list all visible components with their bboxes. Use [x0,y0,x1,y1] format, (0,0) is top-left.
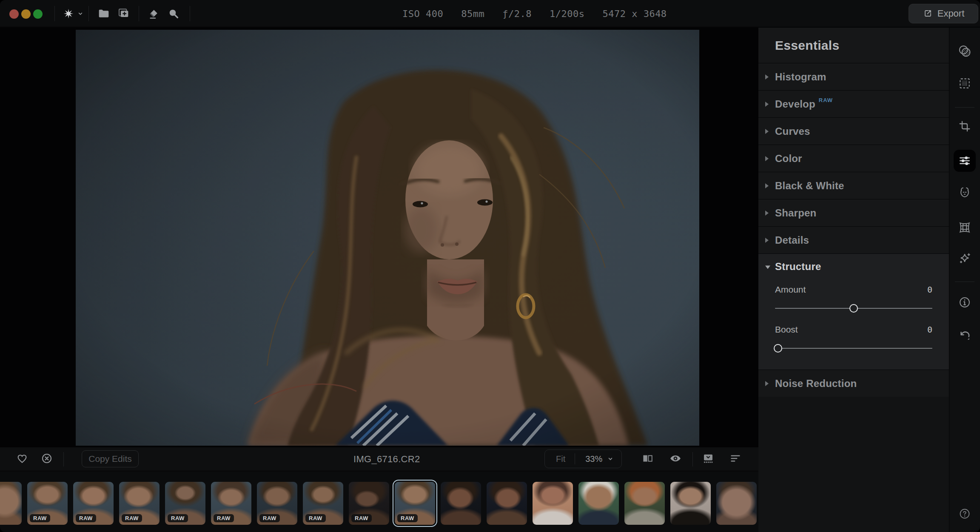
chevron-right-icon [765,74,769,80]
thumbnail-image [487,482,527,525]
thumbnail-image [578,482,619,525]
raw-badge: RAW [397,514,418,522]
image-canvas[interactable] [0,28,758,447]
export-label: Export [937,8,965,19]
thumbnail-image [716,482,757,525]
adjustments-icon[interactable] [958,154,971,168]
reject-icon[interactable] [40,452,53,467]
exif-aperture: ƒ/2.8 [502,9,532,19]
preview-eye-icon[interactable] [669,452,682,467]
copy-edits-button[interactable]: Copy Edits [82,450,139,467]
filmstrip-thumbnail[interactable]: RAW [165,482,205,525]
filmstrip-thumbnail[interactable] [578,482,619,525]
favorite-heart-icon[interactable] [16,452,28,467]
texture-overlay-icon[interactable] [958,77,971,90]
window-close-button[interactable] [9,9,19,19]
raw-badge: RAW [168,514,188,522]
copy-edits-label: Copy Edits [88,454,132,464]
exif-shutter: 1/200s [550,9,584,19]
panel-title: Essentials [758,28,949,63]
filmstrip-thumbnail[interactable] [441,482,481,525]
filmstrip-thumbnail[interactable] [624,482,665,525]
filmstrip-thumbnail[interactable]: RAW [257,482,297,525]
chevron-right-icon [765,156,769,161]
panel-section-details[interactable]: Details [758,226,949,253]
exif-readout: ISO 400 85mm ƒ/2.8 1/200s 5472 x 3648 [402,0,667,27]
chevron-down-icon[interactable] [765,266,770,269]
slider-value: 0 [927,284,932,295]
export-icon [923,9,933,19]
panel-section-sharpen[interactable]: Sharpen [758,199,949,226]
panel-section-develop[interactable]: Develop RAW [758,90,949,117]
loupe-tool-button[interactable] [167,7,180,20]
crop-icon[interactable] [958,119,971,133]
slider[interactable] [775,304,932,313]
panel-section-noise-reduction[interactable]: Noise Reduction [758,370,949,397]
photo-preview[interactable] [76,30,699,446]
geometry-mesh-icon[interactable] [958,221,971,234]
zoom-level-value[interactable]: 33% [575,454,607,464]
slider-track[interactable] [775,348,932,349]
export-button[interactable]: Export [909,4,978,23]
enhance-sparkle-icon[interactable] [957,251,972,266]
filmstrip-thumbnail[interactable] [670,482,711,525]
panel-section-color[interactable]: Color [758,145,949,172]
slider-label: Amount [775,284,806,295]
filmstrip-thumbnail[interactable]: RAW [73,482,114,525]
info-icon[interactable] [958,296,971,309]
window-zoom-button[interactable] [33,9,43,19]
zoom-chevron-down-icon[interactable] [607,455,614,463]
slider[interactable] [775,344,932,353]
photo-editor-window: ISO 400 85mm ƒ/2.8 1/200s 5472 x 3648 Ex… [0,0,980,532]
sparkle-tool-chevron-down-icon[interactable] [77,10,84,17]
raw-badge: RAW [76,514,96,522]
panel-sections: Histogram Develop RAW Curves Color Black… [758,63,949,397]
undo-icon[interactable] [957,328,972,342]
filmstrip-thumbnail[interactable] [533,482,573,525]
slider-knob[interactable] [774,344,782,353]
filmstrip-thumbnail[interactable] [487,482,527,525]
fit-button[interactable]: Fit [545,454,575,464]
chevron-right-icon [765,211,769,216]
chevron-right-icon [765,102,769,107]
eraser-tool-button[interactable] [147,7,160,20]
sparkle-tool-button[interactable] [62,7,75,20]
filmstrip-thumbnail[interactable] [0,482,22,525]
panel-section-curves[interactable]: Curves [758,117,949,145]
tool-rail [949,28,980,532]
raw-badge: RAW [305,514,326,522]
add-photos-button[interactable] [117,7,130,20]
filmstrip-row: RAW RAW RAW RAW RAW RAW RAW RAW RAW [0,482,757,525]
filmstrip-thumbnail[interactable] [716,482,757,525]
window-minimize-button[interactable] [21,9,31,19]
chevron-right-icon [765,381,769,386]
filmstrip-thumbnail[interactable]: RAW [119,482,160,525]
portrait-face-icon[interactable] [958,185,971,199]
raw-badge: RAW [351,514,372,522]
rail-divider [955,282,974,282]
filmstrip-thumbnail[interactable]: RAW [211,482,251,525]
help-icon[interactable] [958,507,971,520]
filmstrip-thumbnail[interactable]: RAW [27,482,68,525]
filmstrip-thumbnail[interactable]: RAW [349,482,389,525]
section-controls: Amount 0 Boost 0 [775,284,932,353]
toolbar-divider [63,452,64,467]
slider-knob[interactable] [849,304,858,313]
panel-section-histogram[interactable]: Histogram [758,63,949,90]
exif-dimensions: 5472 x 3648 [602,9,667,19]
filmstrip-thumbnail[interactable]: RAW [395,482,435,525]
filmstrip-thumbnail[interactable]: RAW [303,482,343,525]
compare-view-icon[interactable] [641,452,654,467]
rail-divider [955,107,974,108]
thumbnail-image [441,482,481,525]
toolbar-divider [692,452,693,467]
mask-layers-icon[interactable] [957,44,972,58]
panel-section-black-white[interactable]: Black & White [758,172,949,199]
thumbnail-image [0,482,22,525]
thumbnail-image [624,482,665,525]
open-folder-button[interactable] [97,7,111,20]
sort-list-icon[interactable] [729,452,742,467]
raw-badge: RAW [214,514,234,522]
filmstrip-toggle-icon[interactable] [702,452,715,467]
essentials-panel: Essentials Histogram Develop RAW Curves … [758,28,949,532]
